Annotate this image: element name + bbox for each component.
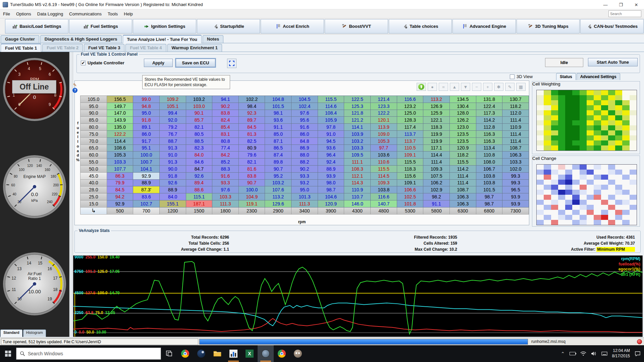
col-header[interactable]: 700	[133, 207, 160, 214]
menu-file[interactable]: File	[0, 10, 13, 18]
ve-cell[interactable]: 108.7	[449, 186, 476, 193]
ve-cell[interactable]: 146.0	[344, 200, 371, 207]
burn-icon[interactable]: ●	[428, 83, 437, 91]
ve-cell[interactable]: 93.9	[502, 200, 529, 207]
ve-cell[interactable]: 86.3	[107, 172, 133, 179]
ve-cell[interactable]: 106.2	[423, 179, 450, 186]
ve-cell[interactable]: 101.5	[265, 103, 291, 110]
ve-cell[interactable]: 122.4	[476, 103, 502, 110]
ve-cell[interactable]: 84.7	[186, 165, 212, 172]
ve-cell[interactable]: 95.6	[291, 117, 318, 124]
row-header[interactable]: 60.0	[80, 152, 107, 159]
row-header[interactable]: 85.0	[80, 117, 107, 124]
send-to-ecu-icon[interactable]: ⬆	[417, 83, 426, 91]
ve-cell[interactable]: 187.1	[186, 200, 212, 207]
ve-cell[interactable]: 95.1	[133, 144, 160, 152]
ve-cell[interactable]: 123.2	[397, 103, 423, 110]
col-header[interactable]: 5800	[423, 207, 450, 214]
task-view-icon[interactable]	[161, 345, 177, 362]
ve-cell[interactable]: 118.3	[397, 165, 423, 172]
ve-cell[interactable]: 106.6	[397, 186, 423, 193]
ve-cell[interactable]: 90.2	[291, 165, 318, 172]
ve-cell[interactable]: 103.9	[344, 130, 371, 137]
ve-cell[interactable]: 88.7	[159, 137, 186, 144]
ve-cell[interactable]: 106.7	[476, 165, 502, 172]
col-header[interactable]: 1200	[159, 207, 186, 214]
col-header[interactable]: 1500	[186, 207, 212, 214]
row-header[interactable]: 55.0	[80, 159, 107, 166]
ve-cell[interactable]: 128.0	[449, 110, 476, 117]
ve-cell[interactable]: 91.6	[291, 124, 318, 131]
ve-cell[interactable]: 108.6	[107, 144, 133, 152]
ve-cell[interactable]: 114.4	[107, 137, 133, 144]
ve-cell[interactable]: 111.4	[502, 137, 529, 144]
ve-cell[interactable]: 98.4	[238, 103, 265, 110]
ve-cell[interactable]: 123.3	[371, 103, 397, 110]
ve-cell[interactable]: 113.7	[397, 137, 423, 144]
ve-cell[interactable]: 103.3	[344, 144, 371, 152]
ve-cell[interactable]: 113.2	[423, 96, 450, 103]
ve-cell[interactable]: 88.3	[212, 165, 239, 172]
subtab-fuel-ve-table-1[interactable]: Fuel VE Table 1	[1, 44, 41, 52]
row-header[interactable]: 75.0	[80, 130, 107, 137]
toolbar-basic-load-settings[interactable]: Basic/Load Settings	[5, 19, 68, 34]
ve-cell[interactable]: 87.4	[265, 152, 291, 159]
ve-cell[interactable]: 92.4	[318, 159, 344, 166]
row-header[interactable]: 95.0	[80, 103, 107, 110]
axis-corner-icon[interactable]: ↳	[80, 207, 107, 214]
tab-gauge-cluster[interactable]: Gauge Cluster	[1, 35, 39, 43]
ve-cell[interactable]: 93.6	[265, 117, 291, 124]
ve-cell[interactable]: 111.4	[502, 130, 529, 137]
ve-cell[interactable]: 122.5	[344, 96, 371, 103]
ve-cell[interactable]: 101.3	[291, 193, 318, 200]
col-header[interactable]: 500	[107, 207, 133, 214]
ve-cell[interactable]: 108.0	[476, 159, 502, 166]
ve-cell[interactable]: 126.2	[449, 117, 476, 124]
menu-data-logging[interactable]: Data Logging	[34, 10, 66, 18]
menu-communications[interactable]: Communications	[66, 10, 105, 18]
ve-cell[interactable]: 93.3	[291, 172, 318, 179]
ve-cell[interactable]: 105.9	[318, 117, 344, 124]
ve-cell[interactable]: 98.7	[476, 200, 502, 207]
ve-cell[interactable]: 103.8	[476, 172, 502, 179]
ve-cell[interactable]: 112.8	[476, 124, 502, 131]
ve-cell[interactable]: 115.1	[186, 193, 212, 200]
chrome2-icon[interactable]	[274, 345, 290, 362]
ve-cell[interactable]: 105.3	[371, 137, 397, 144]
col-header[interactable]: 7300	[502, 207, 529, 214]
ve-cell[interactable]: 102.4	[291, 103, 318, 110]
ve-cell[interactable]: 95.2	[265, 172, 291, 179]
ve-cell[interactable]: 112.0	[502, 110, 529, 117]
ve-cell[interactable]: 97.8	[318, 124, 344, 131]
ve-cell[interactable]: 92.0	[159, 117, 186, 124]
ve-cell[interactable]: 103.3	[212, 193, 239, 200]
toolbar-startup-idle[interactable]: Startup/Idle	[197, 19, 260, 34]
ve-cell[interactable]: 85.2	[212, 159, 239, 166]
ve-cell[interactable]: 107.7	[107, 165, 133, 172]
ve-cell[interactable]: 130.4	[449, 103, 476, 110]
action-center-icon[interactable]	[635, 351, 641, 356]
ve-cell[interactable]: 109.3	[371, 179, 397, 186]
ve-cell[interactable]: 83.1	[212, 130, 239, 137]
col-header[interactable]: 2300	[238, 207, 265, 214]
ve-cell[interactable]: 122.2	[107, 130, 133, 137]
ve-cell[interactable]: 115.5	[397, 159, 423, 166]
row-header[interactable]: 80.0	[80, 124, 107, 131]
ve-cell[interactable]: 101.5	[476, 186, 502, 193]
ve-cell[interactable]: 105.3	[107, 152, 133, 159]
ve-cell[interactable]: 118.3	[423, 124, 450, 131]
ve-cell[interactable]: 93.9	[318, 172, 344, 179]
close-button[interactable]: ✕	[629, 0, 644, 9]
ve-cell[interactable]: 98.0	[318, 179, 344, 186]
search-input[interactable]	[608, 10, 641, 17]
row-header[interactable]: 65.0	[80, 144, 107, 152]
file-explorer-icon[interactable]	[209, 345, 225, 362]
ve-cell[interactable]: 90.1	[186, 110, 212, 117]
ve-cell[interactable]: 93.2	[291, 179, 318, 186]
toolbar-table-choices[interactable]: Table choices	[389, 19, 452, 34]
gimp-icon[interactable]	[290, 345, 306, 362]
ve-cell[interactable]: 79.9	[107, 179, 133, 186]
ve-cell[interactable]: 90.0	[159, 165, 186, 172]
ve-cell[interactable]: 86.5	[265, 144, 291, 152]
ve-cell[interactable]: 123.0	[449, 124, 476, 131]
